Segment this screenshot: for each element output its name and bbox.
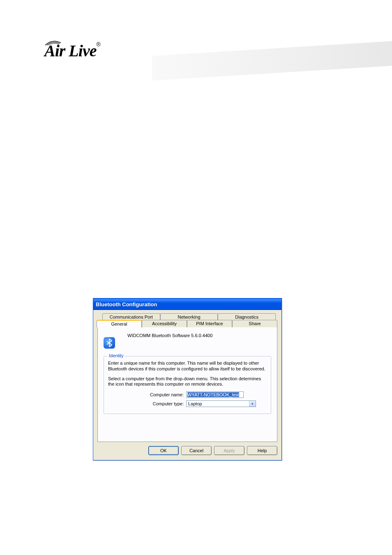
header-decor (152, 41, 392, 90)
identity-fieldset: Identity Enter a unique name for this co… (104, 356, 271, 414)
computer-type-select[interactable]: Laptop ▾ (186, 400, 256, 407)
bluetooth-icon (104, 337, 115, 349)
tab-accessibility[interactable]: Accessibility (142, 320, 187, 327)
software-version: WIDCOMM Bluetooth Software 5.6.0.4400 (119, 333, 212, 338)
computer-name-value: WYATT-NOTEBOOK_test (187, 392, 239, 397)
identity-help-1: Enter a unique name for this computer. T… (108, 361, 267, 372)
computer-type-label: Computer type: (108, 401, 186, 406)
tab-communications-port[interactable]: Communications Port (102, 313, 160, 320)
dialog-buttons: OK Cancel Apply Help (97, 446, 277, 455)
trademark-icon: ® (96, 41, 100, 48)
computer-type-value: Laptop (187, 401, 249, 407)
tab-diagnostics[interactable]: Diagnostics (218, 313, 276, 320)
computer-name-input[interactable]: WYATT-NOTEBOOK_test (186, 391, 244, 398)
fieldset-legend: Identity (107, 353, 125, 358)
logo-arc-icon (44, 38, 69, 46)
chevron-down-icon[interactable]: ▾ (249, 401, 256, 407)
cancel-button[interactable]: Cancel (181, 446, 212, 455)
tab-panel-general: WIDCOMM Bluetooth Software 5.6.0.4400 Id… (97, 327, 277, 442)
tab-pim-interface[interactable]: PIM Interface (187, 320, 232, 327)
identity-help-2: Select a computer type from the drop-dow… (108, 376, 267, 388)
help-button[interactable]: Help (247, 446, 277, 455)
titlebar[interactable]: Bluetooth Configuration (93, 298, 281, 310)
bluetooth-glyph-icon (106, 339, 112, 347)
brand-logo: Air Live® (44, 41, 122, 64)
tab-general[interactable]: General (97, 320, 142, 328)
tab-networking[interactable]: Networking (160, 313, 218, 320)
bluetooth-config-dialog: Bluetooth Configuration Communications P… (93, 298, 282, 460)
tabstrip: Communications Port Networking Diagnosti… (97, 313, 277, 327)
apply-button[interactable]: Apply (214, 446, 244, 455)
ok-button[interactable]: OK (148, 446, 179, 455)
window-title: Bluetooth Configuration (96, 301, 157, 308)
tab-share[interactable]: Share (232, 320, 277, 327)
dialog-body: Communications Port Networking Diagnosti… (93, 310, 281, 460)
computer-name-label: Computer name: (108, 392, 186, 397)
